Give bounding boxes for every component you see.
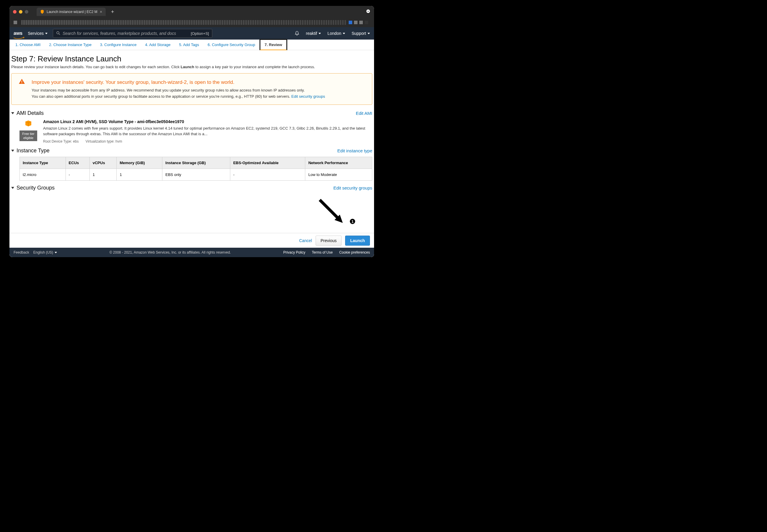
ami-title: Amazon Linux 2 AMI (HVM), SSD Volume Typ… — [43, 119, 372, 124]
tab-choose-ami[interactable]: 1. Choose AMI — [11, 40, 45, 50]
svg-point-1 — [57, 32, 59, 34]
chevron-down-icon — [343, 33, 345, 34]
account-menu[interactable]: reaktif — [306, 31, 321, 36]
window-controls — [13, 10, 28, 14]
aws-favicon-icon — [40, 10, 44, 14]
minimize-window-icon[interactable] — [19, 10, 22, 14]
cookie-link[interactable]: Cookie preferences — [339, 250, 370, 254]
tab-add-tags[interactable]: 5. Add Tags — [175, 40, 203, 50]
ami-description: Amazon Linux 2 comes with five years sup… — [43, 125, 372, 137]
search-input[interactable]: Search for services, features, marketpla… — [53, 29, 212, 38]
chevron-down-icon — [368, 33, 370, 34]
alert-title: Improve your instances' security. Your s… — [32, 78, 325, 86]
alert-content: Improve your instances' security. Your s… — [32, 78, 325, 100]
svg-rect-3 — [22, 81, 22, 82]
aws-header: aws Services Search for services, featur… — [9, 27, 374, 40]
terms-link[interactable]: Terms of Use — [312, 250, 333, 254]
search-icon — [56, 31, 60, 36]
ami-box-icon — [24, 119, 32, 129]
maximize-window-icon[interactable] — [25, 10, 28, 14]
col-memory: Memory (GiB) — [117, 157, 162, 169]
browser-titlebar: Launch instance wizard | EC2 M × + — [9, 6, 374, 18]
close-window-icon[interactable] — [13, 10, 17, 14]
annotation-arrow-icon — [317, 197, 346, 228]
language-selector[interactable]: English (US) — [33, 250, 57, 254]
edit-instance-type-link[interactable]: Edit instance type — [337, 148, 372, 153]
launch-button[interactable]: Launch — [345, 236, 370, 246]
ami-meta: Root Device Type: ebs Virtualization typ… — [43, 139, 372, 143]
cancel-button[interactable]: Cancel — [299, 238, 312, 243]
page-title: Step 7: Review Instance Launch — [9, 54, 374, 63]
col-network: Network Performance — [305, 157, 372, 169]
wizard-footer: Cancel Previous Launch — [9, 233, 374, 248]
section-title: Security Groups — [17, 185, 55, 191]
edit-security-groups-link[interactable]: Edit security groups — [291, 94, 325, 99]
col-ebs-optimized: EBS-Optimized Available — [230, 157, 305, 169]
security-warning-alert: Improve your instances' security. Your s… — [11, 73, 372, 105]
main-content: Step 7: Review Instance Launch Please re… — [9, 50, 374, 257]
tab-title: Launch instance wizard | EC2 M — [47, 10, 97, 14]
tab-configure-instance[interactable]: 3. Configure Instance — [96, 40, 141, 50]
browser-tab[interactable]: Launch instance wizard | EC2 M × — [37, 8, 106, 16]
col-storage: Instance Storage (GB) — [162, 157, 230, 169]
tab-add-storage[interactable]: 4. Add Storage — [141, 40, 175, 50]
section-title: AMI Details — [17, 110, 44, 116]
notifications-icon[interactable] — [295, 31, 299, 36]
feedback-link[interactable]: Feedback — [14, 250, 29, 254]
free-tier-badge: Free tier eligible — [19, 130, 37, 141]
browser-menu-icon[interactable] — [366, 9, 371, 15]
table-row: t2.micro - 1 1 EBS only - Low to Moderat… — [20, 169, 372, 180]
col-vcpus: vCPUs — [89, 157, 117, 169]
ami-details-section: AMI Details Edit AMI Free tier eligible … — [9, 110, 374, 143]
close-tab-icon[interactable]: × — [100, 9, 102, 14]
instance-type-section: Instance Type Edit instance type Instanc… — [9, 148, 374, 181]
support-menu[interactable]: Support — [352, 31, 370, 36]
chevron-down-icon — [45, 33, 48, 34]
url-bar[interactable] — [21, 20, 346, 25]
svg-line-2 — [59, 34, 60, 35]
url-bar-row — [9, 18, 374, 27]
edit-ami-link[interactable]: Edit AMI — [356, 111, 372, 116]
warning-icon — [19, 78, 25, 100]
aws-footer: Feedback English (US) © 2008 - 2021, Ama… — [9, 248, 374, 257]
services-menu[interactable]: Services — [28, 31, 48, 36]
copyright: © 2008 - 2021, Amazon Web Services, Inc.… — [110, 250, 231, 254]
wizard-steps: 1. Choose AMI 2. Choose Instance Type 3.… — [9, 40, 374, 50]
security-groups-section: Security Groups Edit security groups — [9, 185, 374, 191]
tab-review[interactable]: 7. Review — [260, 39, 287, 50]
col-ecus: ECUs — [66, 157, 89, 169]
new-tab-button[interactable]: + — [111, 9, 114, 15]
section-title: Instance Type — [17, 148, 50, 154]
edit-security-groups-link[interactable]: Edit security groups — [333, 185, 372, 190]
svg-line-5 — [320, 200, 339, 219]
annotation-badge: 1 — [349, 218, 356, 225]
region-menu[interactable]: London — [327, 31, 345, 36]
disclosure-icon[interactable] — [11, 187, 14, 189]
chevron-down-icon — [319, 33, 321, 34]
instance-type-table: Instance Type ECUs vCPUs Memory (GiB) In… — [19, 157, 372, 181]
svg-rect-4 — [22, 83, 22, 83]
page-subtitle: Please review your instance launch detai… — [9, 63, 374, 73]
col-instance-type: Instance Type — [20, 157, 66, 169]
previous-button[interactable]: Previous — [316, 236, 342, 246]
aws-logo[interactable]: aws — [14, 31, 22, 36]
disclosure-icon[interactable] — [11, 112, 14, 114]
search-shortcut: [Option+S] — [191, 31, 209, 36]
tab-choose-instance-type[interactable]: 2. Choose Instance Type — [45, 40, 96, 50]
disclosure-icon[interactable] — [11, 150, 14, 152]
privacy-link[interactable]: Privacy Policy — [283, 250, 306, 254]
chevron-down-icon — [55, 252, 57, 253]
tab-configure-security-group[interactable]: 6. Configure Security Group — [203, 40, 260, 50]
